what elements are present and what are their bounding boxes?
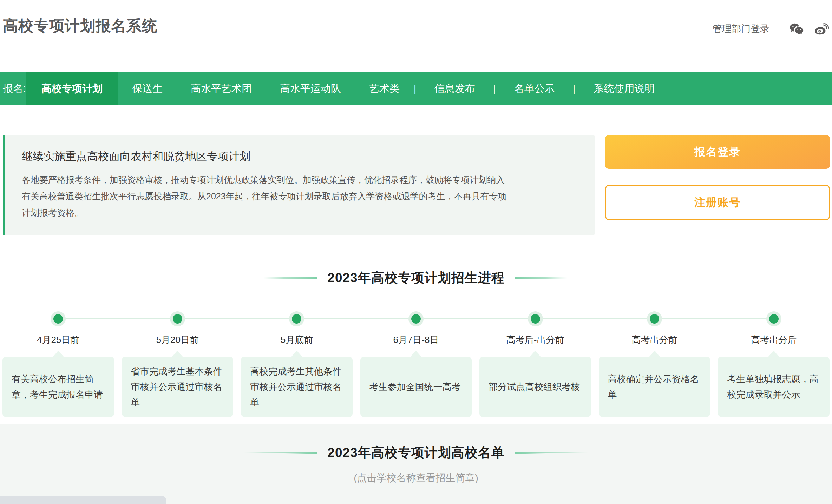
timeline-step-card: 考生参加全国统一高考 — [360, 357, 472, 417]
timeline-step-card: 有关高校公布招生简章，考生完成报名申请 — [2, 357, 114, 417]
timeline-dot-wrap — [769, 311, 779, 326]
timeline-dot — [531, 314, 540, 324]
timeline-step: 5月底前 高校完成考生其他条件审核并公示通过审核名单 — [241, 311, 353, 417]
timeline-dot-wrap — [173, 311, 182, 326]
timeline-step-date: 4月25日前 — [37, 334, 79, 346]
nav-tab-gaoxiao-zhuanxiang[interactable]: 高校专项计划 — [26, 72, 118, 105]
weibo-icon[interactable] — [814, 21, 830, 37]
school-list-section: 2023年高校专项计划高校名单 (点击学校名称查看招生简章) — [0, 424, 832, 504]
timeline-step-date: 6月7日-8日 — [393, 334, 439, 346]
site-title: 高校专项计划报名系统 — [3, 16, 157, 36]
timeline-step: 6月7日-8日 考生参加全国统一高考 — [360, 311, 472, 417]
timeline-step-date: 5月底前 — [281, 334, 313, 346]
timeline-step-date: 高考后-出分前 — [506, 334, 564, 346]
main-nav: 报名: 高校专项计划 保送生 高水平艺术团 高水平运动队 艺术类 | 信息发布 … — [0, 72, 832, 105]
timeline-step: 高考出分后 考生单独填报志愿，高校完成录取并公示 — [718, 311, 830, 417]
timeline-dot — [650, 314, 659, 324]
nav-tab-yishulei[interactable]: 艺术类 — [355, 72, 414, 105]
header-right-group: 管理部门登录 — [713, 21, 830, 37]
timeline-step: 高考后-出分前 部分试点高校组织考核 — [479, 311, 591, 417]
announcement-panel: 继续实施重点高校面向农村和脱贫地区专项计划 各地要严格报考条件，加强资格审核，推… — [3, 135, 595, 235]
admin-login-link[interactable]: 管理部门登录 — [713, 22, 769, 35]
timeline-step: 4月25日前 有关高校公布招生简章，考生完成报名申请 — [2, 311, 114, 417]
hero-actions: 报名登录 注册账号 — [605, 135, 830, 235]
deco-line-left — [243, 277, 317, 279]
hero-row: 继续实施重点高校面向农村和脱贫地区专项计划 各地要严格报考条件，加强资格审核，推… — [0, 135, 832, 235]
timeline-step-card: 省市完成考生基本条件审核并公示通过审核名单 — [122, 357, 234, 417]
nav-link-xinxifabu[interactable]: 信息发布 — [416, 72, 493, 105]
timeline-dot — [411, 314, 421, 324]
nav-separator: | — [414, 72, 416, 105]
nav-separator: | — [493, 72, 496, 105]
announcement-title[interactable]: 继续实施重点高校面向农村和脱贫地区专项计划 — [22, 149, 578, 164]
timeline-dot-wrap — [292, 311, 301, 326]
timeline-step-date: 5月20日前 — [156, 334, 199, 346]
nav-tab-baosongsheng[interactable]: 保送生 — [118, 72, 177, 105]
nav-separator: | — [573, 72, 576, 105]
announcement-body-line: 有关高校普通类招生批次平行志愿投档录取。从2023年起，往年被专项计划录取后放弃… — [22, 188, 578, 205]
nav-link-shiyongshuoming[interactable]: 系统使用说明 — [575, 72, 673, 105]
timeline-dot — [292, 314, 301, 324]
timeline-title-row: 2023年高校专项计划招生进程 — [0, 269, 832, 287]
nav-tab-yishutuan[interactable]: 高水平艺术团 — [177, 72, 266, 105]
timeline-step: 5月20日前 省市完成考生基本条件审核并公示通过审核名单 — [122, 311, 234, 417]
page-header: 高校专项计划报名系统 管理部门登录 — [0, 0, 832, 72]
timeline-step: 高考出分前 高校确定并公示资格名单 — [599, 311, 710, 417]
announcement-body-line: 计划报考资格。 — [22, 205, 578, 221]
login-button[interactable]: 报名登录 — [605, 135, 830, 169]
timeline-dot-wrap — [650, 311, 659, 326]
deco-line-right — [515, 277, 589, 279]
announcement-body-line: 各地要严格报考条件，加强资格审核，推动专项计划优惠政策落实到位。加强政策宣传，优… — [22, 172, 578, 188]
horizontal-scrollbar-thumb[interactable] — [0, 496, 166, 504]
nav-link-mingdangongshi[interactable]: 名单公示 — [496, 72, 573, 105]
register-button[interactable]: 注册账号 — [605, 185, 830, 220]
nav-prefix-label: 报名: — [0, 72, 26, 105]
deco-line-left — [243, 452, 317, 454]
deco-line-right — [515, 452, 589, 454]
header-divider — [779, 21, 779, 37]
timeline-dot-wrap — [531, 311, 540, 326]
timeline-step-date: 高考出分前 — [632, 334, 677, 346]
school-list-title: 2023年高校专项计划高校名单 — [327, 444, 504, 462]
timeline-step-date: 高考出分后 — [751, 334, 797, 346]
nav-tab-yundongdui[interactable]: 高水平运动队 — [266, 72, 355, 105]
timeline-step-card: 考生单独填报志愿，高校完成录取并公示 — [718, 357, 830, 417]
school-list-subtitle: (点击学校名称查看招生简章) — [0, 471, 832, 485]
wechat-icon[interactable] — [788, 21, 805, 37]
timeline-step-card: 高校确定并公示资格名单 — [599, 357, 710, 417]
timeline-section-title: 2023年高校专项计划招生进程 — [327, 269, 504, 287]
timeline-dot — [769, 314, 779, 324]
timeline-dot-wrap — [411, 311, 421, 326]
timeline-dot — [173, 314, 182, 324]
timeline-dot — [53, 314, 63, 324]
timeline-dot-wrap — [53, 311, 63, 326]
timeline: 4月25日前 有关高校公布招生简章，考生完成报名申请 5月20日前 省市完成考生… — [0, 311, 832, 417]
timeline-step-card: 部分试点高校组织考核 — [479, 357, 591, 417]
school-list-title-row: 2023年高校专项计划高校名单 — [0, 444, 832, 462]
timeline-step-card: 高校完成考生其他条件审核并公示通过审核名单 — [241, 357, 353, 417]
